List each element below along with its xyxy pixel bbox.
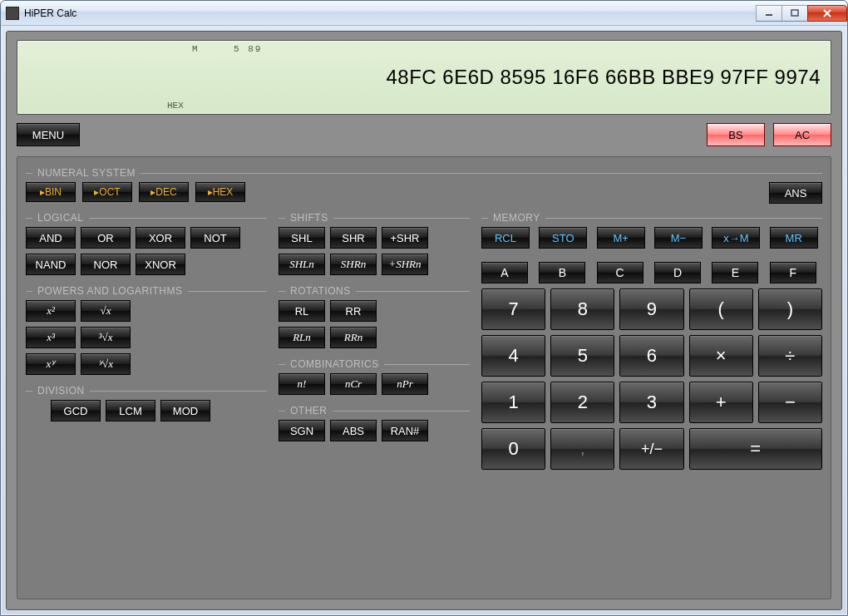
key-2[interactable]: 2 <box>550 382 614 423</box>
sqrt-button[interactable]: √x <box>81 300 131 322</box>
key-5[interactable]: 5 <box>550 335 614 377</box>
nand-button[interactable]: NAND <box>26 254 76 275</box>
logical-label: LOGICAL <box>26 212 267 224</box>
key-7[interactable]: 7 <box>481 288 545 330</box>
rcl-button[interactable]: RCL <box>481 227 530 249</box>
bin-button[interactable]: ▸BIN <box>26 182 76 202</box>
app-window: HiPER Calc M 5 89 HEX 48FC 6E6D 8595 16F… <box>0 0 848 616</box>
npr-button[interactable]: nPr <box>382 373 428 395</box>
hex-a-button[interactable]: A <box>481 262 528 283</box>
ncr-button[interactable]: nCr <box>330 373 377 395</box>
abs-button[interactable]: ABS <box>330 420 377 441</box>
key-subtract[interactable]: − <box>758 382 822 423</box>
rotations-label: ROTATIONS <box>279 285 470 297</box>
mr-button[interactable]: MR <box>770 227 818 249</box>
and-button[interactable]: AND <box>26 227 76 249</box>
mod-button[interactable]: MOD <box>160 400 210 421</box>
display: M 5 89 HEX 48FC 6E6D 8595 16F6 66BB BBE9… <box>17 40 831 115</box>
xy-button[interactable]: xʸ <box>26 353 76 375</box>
hex-c-button[interactable]: C <box>597 262 643 283</box>
menu-button[interactable]: MENU <box>17 123 80 146</box>
key-lparen[interactable]: ( <box>689 288 753 330</box>
key-divide[interactable]: ÷ <box>758 335 822 377</box>
indicator-digits: 5 89 <box>234 44 262 54</box>
key-9[interactable]: 9 <box>619 288 683 330</box>
key-comma[interactable]: , <box>550 428 614 470</box>
key-rparen[interactable]: ) <box>758 288 822 330</box>
key-4[interactable]: 4 <box>481 335 545 377</box>
cbrt-button[interactable]: ³√x <box>81 327 131 348</box>
close-button[interactable] <box>807 5 847 22</box>
key-6[interactable]: 6 <box>619 335 683 377</box>
xor-button[interactable]: XOR <box>136 227 185 249</box>
memory-label: MEMORY <box>481 212 822 224</box>
key-multiply[interactable]: × <box>689 335 753 377</box>
hex-f-button[interactable]: F <box>770 262 816 283</box>
allclear-button[interactable]: AC <box>773 123 831 146</box>
hex-d-button[interactable]: D <box>654 262 701 283</box>
key-add[interactable]: + <box>689 382 753 423</box>
or-button[interactable]: OR <box>81 227 131 249</box>
oct-button[interactable]: ▸OCT <box>82 182 132 202</box>
fact-button[interactable]: n! <box>279 373 325 395</box>
lcm-button[interactable]: LCM <box>106 400 155 421</box>
shln-button[interactable]: SHLn <box>279 254 325 275</box>
client-area: M 5 89 HEX 48FC 6E6D 8595 16F6 66BB BBE9… <box>6 31 842 610</box>
shl-button[interactable]: SHL <box>279 227 325 249</box>
mplus-button[interactable]: M+ <box>597 227 645 249</box>
xnor-button[interactable]: XNOR <box>136 254 185 275</box>
pshrn-button[interactable]: +SHRn <box>382 254 428 275</box>
shr-button[interactable]: SHR <box>330 227 377 249</box>
dec-button[interactable]: ▸DEC <box>139 182 189 202</box>
key-plusminus[interactable]: +/− <box>619 428 683 470</box>
minimize-button[interactable] <box>756 5 782 22</box>
shrn-button[interactable]: SHRn <box>330 254 377 275</box>
key-equals[interactable]: = <box>689 428 822 470</box>
key-3[interactable]: 3 <box>619 382 683 423</box>
not-button[interactable]: NOT <box>190 227 240 249</box>
ans-button[interactable]: ANS <box>769 182 822 204</box>
rr-button[interactable]: RR <box>330 300 377 322</box>
rl-button[interactable]: RL <box>279 300 325 322</box>
key-1[interactable]: 1 <box>481 382 545 423</box>
powers-label: POWERS AND LOGARITHMS <box>26 285 267 297</box>
sgn-button[interactable]: SGN <box>279 420 325 441</box>
app-icon <box>6 7 19 20</box>
nor-button[interactable]: NOR <box>81 254 131 275</box>
sto-button[interactable]: STO <box>539 227 587 249</box>
mminus-button[interactable]: M− <box>654 227 703 249</box>
hex-button[interactable]: ▸HEX <box>195 182 245 202</box>
window-title: HiPER Calc <box>24 7 76 19</box>
pshr-button[interactable]: +SHR <box>382 227 428 249</box>
hex-b-button[interactable]: B <box>539 262 585 283</box>
indicator-m: M <box>192 44 198 54</box>
svg-rect-1 <box>791 10 798 16</box>
ran-button[interactable]: RAN# <box>382 420 428 441</box>
hex-e-button[interactable]: E <box>712 262 758 283</box>
maximize-button[interactable] <box>781 5 808 22</box>
yroot-button[interactable]: ʸ√x <box>81 353 131 375</box>
gcd-button[interactable]: GCD <box>51 400 101 421</box>
comb-label: COMBINATORICS <box>279 358 470 370</box>
key-0[interactable]: 0 <box>481 428 545 470</box>
other-label: OTHER <box>279 405 470 416</box>
xtom-button[interactable]: x→M <box>712 227 760 249</box>
display-value: 48FC 6E6D 8595 16F6 66BB BBE9 97FF 9974 <box>387 66 821 89</box>
shifts-label: SHIFTS <box>279 212 470 224</box>
key-8[interactable]: 8 <box>550 288 614 330</box>
division-label: DIVISION <box>26 385 267 397</box>
titlebar: HiPER Calc <box>1 1 847 26</box>
numeral-label: NUMERAL SYSTEM <box>26 167 822 179</box>
indicator-mode: HEX <box>167 101 184 111</box>
rln-button[interactable]: RLn <box>279 327 325 348</box>
rrn-button[interactable]: RRn <box>330 327 377 348</box>
x2-button[interactable]: x² <box>26 300 76 322</box>
x3-button[interactable]: x³ <box>26 327 76 348</box>
backspace-button[interactable]: BS <box>707 123 765 146</box>
